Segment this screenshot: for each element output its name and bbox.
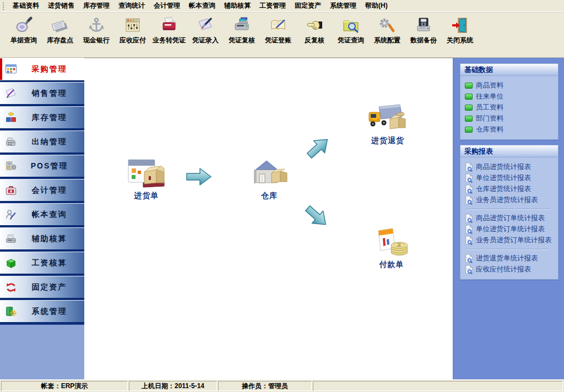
report-doc-icon — [465, 214, 473, 223]
purchase-order-icon — [127, 157, 166, 190]
report-item[interactable]: 业务员进货订单统计报表 — [465, 235, 556, 246]
sidebar-item-pos[interactable]: POS管理 — [0, 155, 84, 177]
toolbar-button-voucher-post[interactable]: 凭证登账 — [260, 15, 296, 45]
report-doc-icon — [465, 225, 473, 234]
toolbar-button-doc-query[interactable]: 单据查询 — [6, 15, 42, 45]
menu-fixed-assets[interactable]: 固定资产 — [290, 1, 326, 11]
toolbar-label: 凭证登账 — [265, 36, 291, 45]
status-login-date: 上机日期：2011-5-14 — [129, 381, 217, 391]
node-purchase-return[interactable]: 进货退货 — [357, 102, 418, 146]
sidebar-item-purchase[interactable]: 采购管理 — [0, 58, 84, 80]
menu-auxiliary[interactable]: 辅助核算 — [220, 1, 255, 11]
report-item[interactable]: 业务员进货统计报表 — [465, 194, 556, 205]
cubes-icon — [4, 111, 19, 124]
return-truck-icon — [366, 102, 410, 135]
toolbar-button-cash-bank[interactable]: 现金银行 — [78, 15, 115, 45]
toolbar-button-receivable-payable[interactable]: 应收应付 — [115, 15, 151, 45]
report-doc-icon — [465, 265, 473, 274]
report-item-label: 业务员进货订单统计报表 — [476, 236, 552, 245]
toolbar-label: 应收应付 — [120, 36, 146, 45]
sidebar-item-label: 库存管理 — [19, 113, 80, 123]
toolbar-button-voucher-entry[interactable]: 凭证录入 — [187, 15, 224, 45]
panel-divider — [465, 246, 556, 253]
toolbar-button-data-backup[interactable]: 数据备份 — [405, 15, 442, 45]
warehouse-icon — [250, 157, 289, 190]
toolbar-button-voucher-query[interactable]: 凭证查询 — [333, 15, 369, 45]
sidebar-item-system[interactable]: 系统管理 — [0, 300, 84, 323]
basic-data-item-partners[interactable]: 往来单位 — [465, 91, 556, 102]
anchor-icon — [87, 15, 106, 35]
toolbar-button-biz-to-voucher[interactable]: 业务转凭证 — [151, 15, 187, 45]
report-item[interactable]: 商品进货订单统计报表 — [465, 213, 556, 224]
scanner-icon — [232, 15, 251, 35]
sidebar-item-sales[interactable]: 销售管理 — [0, 82, 84, 105]
content-area: 采购管理 销售管理 库存管理 — [0, 58, 564, 379]
menu-basic-data[interactable]: 基础资料 — [8, 1, 44, 11]
status-empty — [313, 381, 563, 391]
panel-divider — [465, 205, 556, 213]
menubar-gripper-icon — [3, 2, 6, 10]
report-item[interactable]: 进货退货单统计报表 — [465, 253, 556, 264]
toolbar-label: 系统配置 — [374, 36, 400, 45]
menu-accounting[interactable]: 会计管理 — [149, 1, 185, 11]
report-item-label: 业务员进货统计报表 — [476, 195, 538, 205]
menu-help[interactable]: 帮助(H) — [361, 1, 392, 11]
sidebar-item-accounting[interactable]: 会计管理 — [0, 179, 84, 202]
sidebar-item-label: 辅助核算 — [19, 234, 80, 244]
inventory-cards-icon — [51, 15, 69, 35]
report-item[interactable]: 仓库进货统计报表 — [465, 183, 556, 194]
node-label: 进货单 — [134, 191, 159, 201]
sidebar-item-payroll[interactable]: 工资核算 — [0, 252, 84, 274]
toolbar: 单据查询 库存盘点 — [0, 12, 564, 58]
sidebar-item-ledger-query[interactable]: 帐本查询 — [0, 203, 84, 226]
report-doc-icon — [465, 162, 473, 172]
node-warehouse[interactable]: 仓库 — [239, 157, 300, 201]
report-item[interactable]: 商品进货统计报表 — [465, 161, 556, 172]
menu-purchase-sales[interactable]: 进货销售 — [44, 1, 79, 11]
toolbar-label: 业务转凭证 — [153, 36, 186, 45]
toolbar-button-system-config[interactable]: 系统配置 — [369, 15, 405, 45]
sidebar-item-auxiliary[interactable]: 辅助核算 — [0, 227, 84, 250]
node-purchase-order[interactable]: 进货单 — [116, 157, 177, 201]
toolbar-button-exit-system[interactable]: 关闭系统 — [442, 15, 478, 45]
toolbar-button-voucher-review[interactable]: 凭证复核 — [224, 15, 260, 45]
sidebar-item-label: 会计管理 — [19, 186, 80, 195]
tools-icon — [378, 15, 397, 35]
flow-arrow-up-right-icon — [303, 132, 334, 163]
flow-arrow-down-right-icon — [301, 201, 333, 232]
menu-payroll[interactable]: 工资管理 — [255, 1, 290, 11]
report-item-label: 单位进货统计报表 — [476, 173, 531, 183]
status-account: 帐套：ERP演示 — [1, 381, 128, 391]
menu-query-stats[interactable]: 查询统计 — [114, 1, 149, 11]
sidebar: 采购管理 销售管理 库存管理 — [0, 58, 84, 379]
menu-system[interactable]: 系统管理 — [326, 1, 361, 11]
basic-data-item-employees[interactable]: 员工资料 — [465, 102, 556, 113]
report-item[interactable]: 单位进货订单统计报表 — [465, 224, 556, 235]
backup-disk-icon — [414, 15, 433, 35]
basic-data-item-departments[interactable]: 部门资料 — [465, 113, 556, 124]
purchase-report-panel-title: 采购报表 — [460, 145, 558, 157]
menu-ledger-query[interactable]: 帐本查询 — [185, 1, 220, 11]
node-payment[interactable]: 付款单 — [361, 226, 422, 270]
toolbar-label: 现金银行 — [83, 36, 110, 45]
basic-data-item-goods[interactable]: 商品资料 — [465, 80, 556, 91]
payment-coins-icon — [372, 226, 411, 259]
voucher-machine-icon — [160, 15, 178, 35]
basic-data-panel: 基础数据 商品资料 往来单位 员工资料 部门资料 — [460, 63, 558, 140]
toolbar-button-reverse-review[interactable]: 反复核 — [296, 15, 333, 45]
panel-item-label: 仓库资料 — [476, 125, 503, 134]
report-item[interactable]: 单位进货统计报表 — [465, 172, 556, 183]
sidebar-item-fixed-assets[interactable]: 固定资产 — [0, 276, 84, 298]
brush-icon — [196, 15, 215, 35]
toolbar-button-stocktake[interactable]: 库存盘点 — [42, 15, 78, 45]
sidebar-item-inventory[interactable]: 库存管理 — [0, 106, 84, 129]
sidebar-item-label: 系统管理 — [19, 307, 80, 317]
basic-data-item-warehouses[interactable]: 仓库资料 — [465, 124, 556, 135]
sidebar-item-cashier[interactable]: 出纳管理 — [0, 130, 84, 153]
menu-inventory[interactable]: 库存管理 — [79, 1, 114, 11]
report-item[interactable]: 应收应付统计报表 — [465, 264, 556, 275]
toolbar-label: 凭证录入 — [192, 36, 219, 45]
toolbar-label: 关闭系统 — [447, 36, 473, 45]
accounting-case-icon — [4, 184, 19, 197]
green-bullet-icon — [465, 83, 473, 89]
